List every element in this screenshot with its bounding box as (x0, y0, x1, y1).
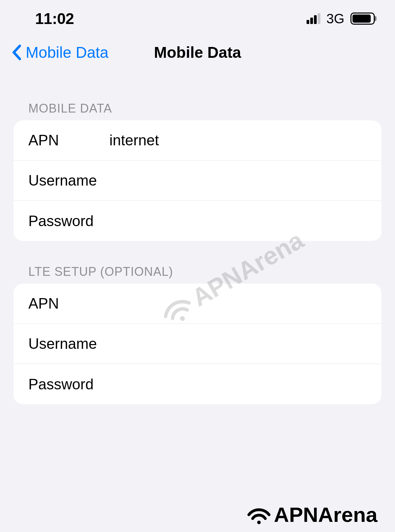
section-header-lte: LTE SETUP (OPTIONAL) (14, 241, 381, 284)
back-button[interactable]: Mobile Data (10, 43, 108, 62)
input-password[interactable] (109, 213, 367, 229)
input-lte-apn[interactable] (109, 295, 367, 312)
row-username[interactable]: Username (14, 161, 381, 201)
signal-icon (307, 13, 320, 24)
input-apn[interactable] (109, 132, 367, 149)
status-bar: 11:02 3G (0, 0, 395, 37)
chevron-back-icon (12, 45, 21, 60)
row-lte-apn[interactable]: APN (14, 284, 381, 324)
input-lte-username[interactable] (109, 335, 367, 352)
wifi-icon (245, 505, 273, 525)
label-password: Password (28, 213, 109, 229)
row-lte-password[interactable]: Password (14, 364, 381, 404)
input-username[interactable] (109, 172, 367, 189)
watermark-bottom: APNArena (245, 503, 377, 527)
label-apn: APN (28, 132, 109, 149)
navigation-bar: Mobile Data Mobile Data (0, 37, 395, 78)
section-group-lte: APN Username Password (14, 284, 381, 404)
watermark-text: APNArena (274, 503, 377, 527)
status-time: 11:02 (35, 9, 74, 28)
label-lte-username: Username (28, 335, 109, 352)
row-apn[interactable]: APN (14, 120, 381, 161)
back-label: Mobile Data (26, 43, 108, 62)
input-lte-password[interactable] (109, 376, 367, 393)
svg-point-1 (257, 521, 261, 524)
row-password[interactable]: Password (14, 201, 381, 241)
label-lte-password: Password (28, 376, 109, 393)
section-header-mobile-data: MOBILE DATA (14, 78, 381, 120)
label-username: Username (28, 172, 109, 189)
section-group-mobile-data: APN Username Password (14, 120, 381, 241)
label-lte-apn: APN (28, 295, 109, 312)
network-type: 3G (326, 11, 344, 26)
status-indicators: 3G (307, 11, 375, 26)
settings-content: MOBILE DATA APN Username Password LTE SE… (0, 78, 395, 404)
row-lte-username[interactable]: Username (14, 324, 381, 364)
page-title: Mobile Data (154, 43, 241, 62)
battery-icon (350, 13, 375, 25)
